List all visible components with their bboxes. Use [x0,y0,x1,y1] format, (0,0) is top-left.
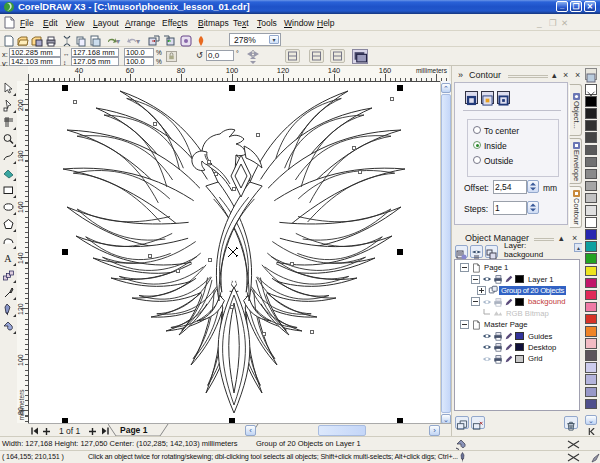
svg-text:▾: ▾ [116,37,120,46]
svg-text:▾: ▾ [136,37,140,46]
svg-text:A: A [4,253,12,264]
